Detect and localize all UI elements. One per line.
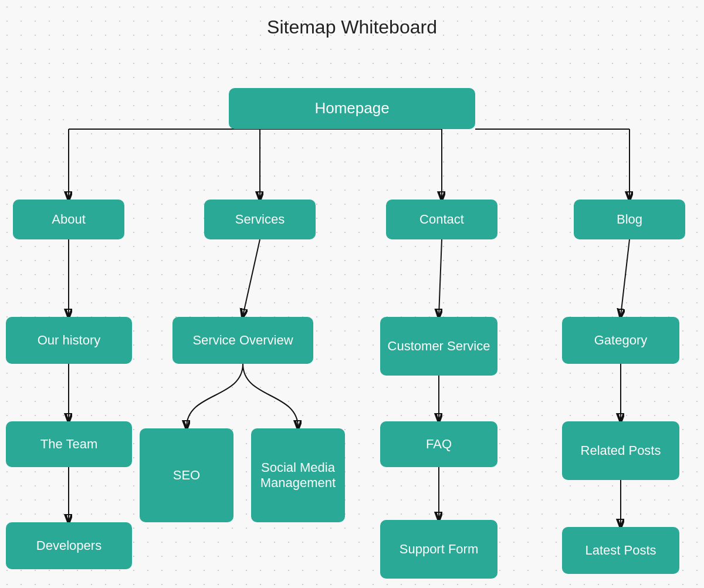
node-the-team[interactable]: The Team [6, 421, 132, 467]
node-blog[interactable]: Blog [574, 200, 685, 239]
node-gategory[interactable]: Gategory [562, 317, 679, 364]
node-faq[interactable]: FAQ [380, 421, 497, 467]
node-seo[interactable]: SEO [140, 428, 233, 522]
node-our-history[interactable]: Our history [6, 317, 132, 364]
svg-line-11 [439, 239, 442, 316]
svg-line-14 [621, 239, 629, 316]
node-social-media[interactable]: Social Media Management [251, 428, 345, 522]
page-title: Sitemap Whiteboard [0, 16, 704, 38]
node-about[interactable]: About [13, 200, 124, 239]
node-developers[interactable]: Developers [6, 522, 132, 569]
node-latest-posts[interactable]: Latest Posts [562, 527, 679, 574]
node-contact[interactable]: Contact [386, 200, 497, 239]
node-related-posts[interactable]: Related Posts [562, 421, 679, 480]
svg-line-10 [243, 239, 260, 316]
node-service-overview[interactable]: Service Overview [172, 317, 313, 364]
canvas: Sitemap Whiteboard [0, 0, 704, 588]
node-homepage[interactable]: Homepage [229, 88, 475, 129]
node-support-form[interactable]: Support Form [380, 520, 497, 579]
node-services[interactable]: Services [204, 200, 316, 239]
node-customer-service[interactable]: Customer Service [380, 317, 497, 376]
